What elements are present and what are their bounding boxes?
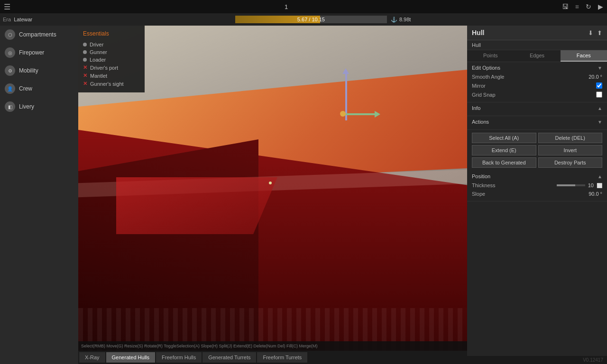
sidebar-item-mobility[interactable]: ⚙ Mobility xyxy=(0,62,78,80)
essential-gunners-sight: ✕ Gunner's sight xyxy=(83,80,140,88)
thickness-label: Thickness xyxy=(472,182,496,188)
essential-loader-label: Loader xyxy=(90,57,106,63)
play-icon[interactable]: ▶ xyxy=(598,3,603,10)
weight-icon: ⚓ xyxy=(391,17,397,23)
livery-icon: ◧ xyxy=(5,101,15,112)
invert-button[interactable]: Invert xyxy=(538,145,603,155)
right-panel-header: Hull ⬇ ⬆ xyxy=(467,26,607,40)
tab-generated-hulls[interactable]: Generated Hulls xyxy=(106,352,156,363)
back-to-generated-button[interactable]: Back to Generated xyxy=(472,157,536,168)
smooth-angle-row: Smooth Angle 20.0 ° xyxy=(472,73,602,81)
actions-section-title: Actions ▼ xyxy=(472,119,602,125)
top-bar: ☰ 1 🖫 ⌗ ↻ ▶ xyxy=(0,0,607,13)
center-number: 1 xyxy=(285,3,288,10)
gunner-status-dot xyxy=(83,50,87,54)
shortcut-text: Select(RMB) Move(G) Resize(S) Rotate(R) … xyxy=(81,344,317,348)
position-section-title: Position ▲ xyxy=(472,173,602,179)
slope-row: Slope 90.0 ° xyxy=(472,190,602,198)
panel-export-icon[interactable]: ⬆ xyxy=(597,29,602,36)
tab-points[interactable]: Points xyxy=(467,50,514,62)
sidebar-label-crew: Crew xyxy=(19,85,32,92)
drivers-port-error-icon: ✕ xyxy=(83,64,87,71)
smooth-angle-value: 20.0 ° xyxy=(589,74,602,80)
sub-header: Era Latewar 5.67 / 10.15 ⚓ 8.98t xyxy=(0,13,607,26)
essential-gunner-label: Gunner xyxy=(90,49,107,55)
essential-drivers-port: ✕ Driver's port xyxy=(83,64,140,72)
actions-grid: Select All (A) Delete (DEL) Extend (E) I… xyxy=(467,130,607,171)
sidebar-item-crew[interactable]: 👤 Crew xyxy=(0,80,78,98)
firepower-icon: ◎ xyxy=(5,47,15,58)
delete-button[interactable]: Delete (DEL) xyxy=(538,133,603,143)
edit-options-section: Edit Options ▼ Smooth Angle 20.0 ° Mirro… xyxy=(467,62,607,102)
thickness-slider-fill xyxy=(557,184,575,186)
tab-edges[interactable]: Edges xyxy=(514,50,560,62)
thickness-unit-icon: ⬜ xyxy=(597,183,602,188)
hull-front-detail xyxy=(116,177,277,234)
essential-gunner: Gunner xyxy=(83,48,140,56)
thickness-slider[interactable] xyxy=(557,184,585,186)
sidebar-label-mobility: Mobility xyxy=(19,67,38,74)
essential-loader: Loader xyxy=(83,56,140,64)
select-all-button[interactable]: Select All (A) xyxy=(472,133,536,143)
sidebar-item-livery[interactable]: ◧ Livery xyxy=(0,98,78,116)
panel-import-icon[interactable]: ⬇ xyxy=(588,29,593,36)
left-sidebar: ⬡ Compartments ◎ Firepower ⚙ Mobility 👤 … xyxy=(0,26,78,364)
smooth-angle-label: Smooth Angle xyxy=(472,74,505,80)
compartments-icon: ⬡ xyxy=(5,29,15,40)
era-value: Latewar xyxy=(14,17,39,22)
refresh-icon[interactable]: ↻ xyxy=(586,3,591,10)
mirror-label: Mirror xyxy=(472,83,486,89)
essential-mantlet: ✕ Mantlet xyxy=(83,72,140,80)
position-section: Position ▲ Thickness 10 ⬜ Slope 90.0 ° xyxy=(467,171,607,201)
destroy-parts-button[interactable]: Destroy Parts xyxy=(538,157,603,168)
grid-snap-checkbox[interactable] xyxy=(596,91,602,98)
mirror-row: Mirror xyxy=(472,81,602,90)
right-panel-tabs: Points Edges Faces xyxy=(467,50,607,62)
mirror-checkbox[interactable] xyxy=(596,82,602,89)
right-panel-header-icons: ⬇ ⬆ xyxy=(588,29,602,36)
tab-xray[interactable]: X-Ray xyxy=(79,352,105,363)
extend-button[interactable]: Extend (E) xyxy=(472,145,536,155)
version-label: V0.12417 xyxy=(467,356,607,364)
tab-freeform-turrets[interactable]: Freeform Turrets xyxy=(257,352,307,363)
tab-faces[interactable]: Faces xyxy=(561,50,607,62)
weight-total: 8.98t xyxy=(399,17,411,22)
sidebar-item-compartments[interactable]: ⬡ Compartments xyxy=(0,26,78,44)
right-panel-title: Hull xyxy=(472,29,484,36)
tab-freeform-hulls[interactable]: Freeform Hulls xyxy=(156,352,202,363)
gunners-sight-error-icon: ✕ xyxy=(83,81,87,87)
edit-options-title: Edit Options ▼ xyxy=(472,65,602,71)
essential-driver: Driver xyxy=(83,41,140,48)
essentials-title: Essentials xyxy=(83,30,140,37)
sidebar-label-compartments: Compartments xyxy=(19,31,56,38)
info-section-title: Info ▲ xyxy=(472,105,602,111)
thickness-row: Thickness 10 ⬜ xyxy=(472,181,602,190)
essential-gunners-sight-label: Gunner's sight xyxy=(90,81,124,87)
edit-options-collapse-icon[interactable]: ▼ xyxy=(598,65,602,71)
sidebar-label-livery: Livery xyxy=(19,103,34,110)
position-collapse-icon[interactable]: ▲ xyxy=(598,174,602,179)
tab-generated-turrets[interactable]: Generated Turrets xyxy=(202,352,256,363)
essentials-panel: Essentials Driver Gunner Loader ✕ Driver… xyxy=(78,26,145,92)
shortcut-bar: Select(RMB) Move(G) Resize(S) Rotate(R) … xyxy=(78,341,467,351)
essential-driver-label: Driver xyxy=(90,42,103,47)
sidebar-label-firepower: Firepower xyxy=(19,49,44,56)
mantlet-error-icon: ✕ xyxy=(83,73,87,79)
era-label: Era xyxy=(0,17,14,22)
top-right-icons: 🖫 ⌗ ↻ ▶ xyxy=(562,3,603,11)
slope-label: Slope xyxy=(472,191,485,197)
info-collapse-icon[interactable]: ▲ xyxy=(598,106,602,111)
gizmo-container xyxy=(341,73,351,130)
bottom-tabs-row: X-Ray Generated Hulls Freeform Hulls Gen… xyxy=(78,351,467,364)
share-icon[interactable]: ⌗ xyxy=(575,3,579,11)
slope-value: 90.0 ° xyxy=(589,191,602,197)
menu-icon[interactable]: ☰ xyxy=(4,2,10,11)
right-sub-title: Hull xyxy=(467,40,607,50)
actions-collapse-icon[interactable]: ▼ xyxy=(598,119,602,125)
weight-bar-container: 5.67 / 10.15 ⚓ 8.98t xyxy=(39,16,607,23)
weight-bar: 5.67 / 10.15 xyxy=(235,16,387,23)
grid-snap-row: Grid Snap xyxy=(472,90,602,99)
gizmo-right-arrow xyxy=(342,113,376,115)
sidebar-item-firepower[interactable]: ◎ Firepower xyxy=(0,44,78,62)
save-icon[interactable]: 🖫 xyxy=(562,3,569,10)
